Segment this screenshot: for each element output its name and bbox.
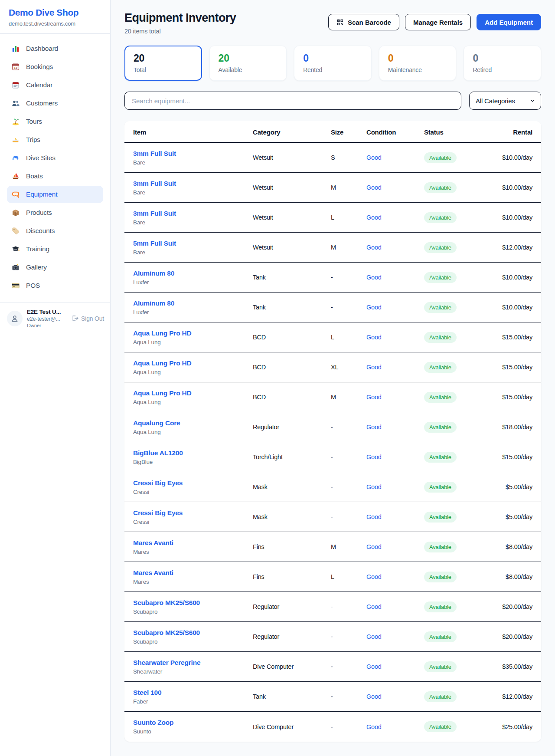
table-row[interactable]: Aqua Lung Pro HDAqua LungBCDLGoodAvailab… <box>124 322 541 352</box>
sidebar-item-bookings[interactable]: 17Bookings <box>7 58 103 76</box>
item-name-link[interactable]: Aqua Lung Pro HD <box>133 359 253 367</box>
item-size: L <box>331 214 366 221</box>
table-row[interactable]: Aqualung CoreAqua LungRegulator-GoodAvai… <box>124 412 541 442</box>
item-category: Tank <box>253 304 331 311</box>
scan-barcode-button[interactable]: Scan Barcode <box>328 14 399 30</box>
add-equipment-button[interactable]: Add Equipment <box>477 14 541 30</box>
item-condition-link[interactable]: Good <box>366 184 424 191</box>
item-condition-link[interactable]: Good <box>366 214 424 221</box>
item-condition-link[interactable]: Good <box>366 274 424 281</box>
table-row[interactable]: Suunto ZoopSuuntoDive Computer-GoodAvail… <box>124 712 541 742</box>
table-row[interactable]: Aluminum 80LuxferTank-GoodAvailable$10.0… <box>124 293 541 322</box>
item-rental: $5.00/day <box>481 513 532 520</box>
item-brand: Faber <box>133 698 253 705</box>
palm-island-icon <box>11 117 20 126</box>
item-name-link[interactable]: Aqua Lung Pro HD <box>133 329 253 337</box>
item-name-link[interactable]: Steel 100 <box>133 689 253 697</box>
table-row[interactable]: Mares AvantiMaresFinsMGoodAvailable$8.00… <box>124 532 541 562</box>
item-name-link[interactable]: Cressi Big Eyes <box>133 479 253 487</box>
item-name-link[interactable]: Aqualung Core <box>133 419 253 427</box>
sidebar-item-discounts[interactable]: Discounts <box>7 222 103 240</box>
category-filter-select[interactable]: All Categories <box>469 92 541 110</box>
item-condition-link[interactable]: Good <box>366 154 424 161</box>
main-content: Equipment Inventory 20 items total Scan … <box>111 0 555 742</box>
sidebar-item-gallery[interactable]: Gallery <box>7 259 103 276</box>
item-name-link[interactable]: BigBlue AL1200 <box>133 449 253 457</box>
table-row[interactable]: 5mm Full SuitBareWetsuitMGoodAvailable$1… <box>124 233 541 263</box>
stat-card-rented[interactable]: 0Rented <box>294 46 372 81</box>
table-row[interactable]: Aqua Lung Pro HDAqua LungBCDMGoodAvailab… <box>124 382 541 412</box>
manage-rentals-button[interactable]: Manage Rentals <box>405 14 471 30</box>
title-block: Equipment Inventory 20 items total <box>124 11 236 35</box>
sidebar-item-pos[interactable]: POS <box>7 277 103 294</box>
table-row[interactable]: Scubapro MK25/S600ScubaproRegulator-Good… <box>124 592 541 622</box>
item-brand: Luxfer <box>133 279 253 286</box>
item-name-link[interactable]: Scubapro MK25/S600 <box>133 599 253 607</box>
item-name-link[interactable]: Scubapro MK25/S600 <box>133 629 253 637</box>
item-name-link[interactable]: Aqua Lung Pro HD <box>133 389 253 397</box>
stat-card-retired[interactable]: 0Retired <box>464 46 541 81</box>
item-condition-link[interactable]: Good <box>366 334 424 341</box>
stat-card-available[interactable]: 20Available <box>209 46 287 81</box>
table-row[interactable]: 3mm Full SuitBareWetsuitSGoodAvailable$1… <box>124 143 541 173</box>
sidebar-item-customers[interactable]: Customers <box>7 95 103 112</box>
table-row[interactable]: Shearwater PeregrineShearwaterDive Compu… <box>124 652 541 682</box>
item-name-link[interactable]: Aluminum 80 <box>133 270 253 277</box>
item-condition-link[interactable]: Good <box>366 513 424 520</box>
item-name-link[interactable]: Cressi Big Eyes <box>133 509 253 517</box>
sidebar-item-training[interactable]: Training <box>7 240 103 258</box>
table-row[interactable]: Scubapro MK25/S600ScubaproRegulator-Good… <box>124 622 541 652</box>
item-brand: Bare <box>133 219 253 226</box>
sidebar-item-dashboard[interactable]: Dashboard <box>7 40 103 57</box>
item-name-link[interactable]: 5mm Full Suit <box>133 240 253 247</box>
item-condition-link[interactable]: Good <box>366 483 424 490</box>
sidebar-item-trips[interactable]: Trips <box>7 131 103 148</box>
item-condition-link[interactable]: Good <box>366 394 424 401</box>
stat-card-total[interactable]: 20Total <box>124 46 202 81</box>
sidebar-item-tours[interactable]: Tours <box>7 113 103 130</box>
item-cell: Mares AvantiMares <box>133 539 253 555</box>
item-condition-link[interactable]: Good <box>366 573 424 580</box>
item-condition-link[interactable]: Good <box>366 454 424 460</box>
table-row[interactable]: Cressi Big EyesCressiMask-GoodAvailable$… <box>124 502 541 532</box>
sidebar-item-products[interactable]: Products <box>7 204 103 221</box>
sidebar-item-boats[interactable]: Boats <box>7 168 103 185</box>
stat-card-maintenance[interactable]: 0Maintenance <box>379 46 457 81</box>
table-row[interactable]: Aqua Lung Pro HDAqua LungBCDXLGoodAvaila… <box>124 352 541 382</box>
table-row[interactable]: Mares AvantiMaresFinsLGoodAvailable$8.00… <box>124 562 541 592</box>
item-name-link[interactable]: 3mm Full Suit <box>133 150 253 158</box>
table-row[interactable]: Aluminum 80LuxferTank-GoodAvailable$10.0… <box>124 263 541 293</box>
add-equipment-label: Add Equipment <box>485 19 533 26</box>
item-condition-link[interactable]: Good <box>366 633 424 640</box>
table-row[interactable]: Steel 100FaberTank-GoodAvailable$12.00/d… <box>124 682 541 712</box>
table-row[interactable]: BigBlue AL1200BigBlueTorch/Light-GoodAva… <box>124 442 541 472</box>
speedboat-icon <box>11 135 20 144</box>
item-condition-link[interactable]: Good <box>366 663 424 670</box>
sidebar-item-equipment[interactable]: Equipment <box>7 186 103 203</box>
item-brand: Suunto <box>133 728 253 735</box>
table-row[interactable]: Cressi Big EyesCressiMask-GoodAvailable$… <box>124 472 541 502</box>
sidebar-item-dive-sites[interactable]: Dive Sites <box>7 149 103 167</box>
search-input[interactable] <box>132 97 454 105</box>
item-name-link[interactable]: Shearwater Peregrine <box>133 659 253 667</box>
item-condition-link[interactable]: Good <box>366 543 424 550</box>
item-size: M <box>331 394 366 401</box>
item-size: M <box>331 543 366 550</box>
item-name-link[interactable]: Aluminum 80 <box>133 299 253 307</box>
item-condition-link[interactable]: Good <box>366 244 424 251</box>
item-condition-link[interactable]: Good <box>366 603 424 610</box>
sign-out-button[interactable]: Sign Out <box>71 315 104 322</box>
item-condition-link[interactable]: Good <box>366 424 424 431</box>
item-name-link[interactable]: 3mm Full Suit <box>133 210 253 217</box>
item-condition-link[interactable]: Good <box>366 723 424 730</box>
item-condition-link[interactable]: Good <box>366 304 424 311</box>
item-name-link[interactable]: Mares Avanti <box>133 539 253 547</box>
item-name-link[interactable]: Suunto Zoop <box>133 719 253 726</box>
item-condition-link[interactable]: Good <box>366 693 424 700</box>
item-name-link[interactable]: Mares Avanti <box>133 569 253 577</box>
item-name-link[interactable]: 3mm Full Suit <box>133 180 253 187</box>
sidebar-item-calendar[interactable]: Calendar <box>7 76 103 94</box>
table-row[interactable]: 3mm Full SuitBareWetsuitMGoodAvailable$1… <box>124 173 541 203</box>
table-row[interactable]: 3mm Full SuitBareWetsuitLGoodAvailable$1… <box>124 203 541 233</box>
item-condition-link[interactable]: Good <box>366 364 424 371</box>
